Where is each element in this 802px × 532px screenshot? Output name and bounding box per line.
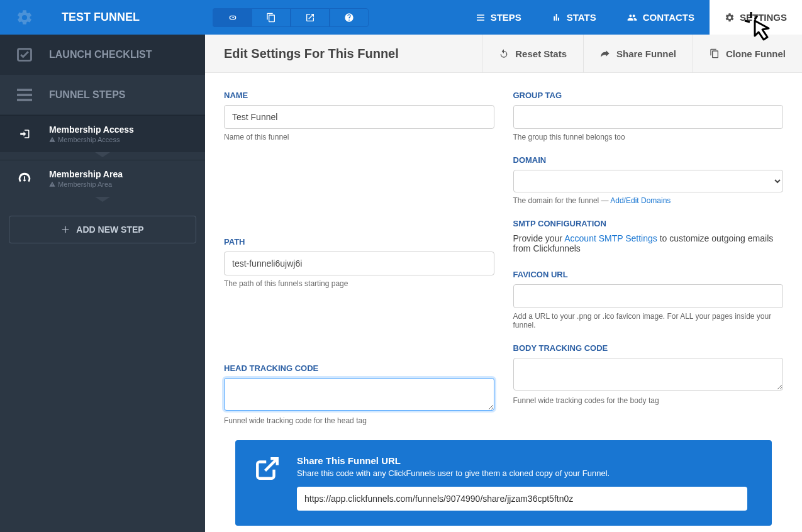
- body-tracking-help: Funnel wide tracking codes for the body …: [513, 396, 784, 405]
- nav-settings[interactable]: SETTINGS: [710, 0, 802, 35]
- funnel-title: TEST FUNNEL: [49, 11, 205, 24]
- smtp-label: SMTP CONFIGURATION: [513, 219, 784, 228]
- warning-icon: [49, 181, 55, 187]
- step1-sub: Membership Access: [58, 136, 120, 143]
- nav-stats-label: STATS: [567, 12, 596, 23]
- clone-funnel-button[interactable]: Clone Funnel: [693, 35, 802, 72]
- favicon-input[interactable]: [513, 284, 784, 308]
- share-url-input[interactable]: [297, 487, 747, 511]
- reset-stats-button[interactable]: Reset Stats: [482, 35, 583, 72]
- add-new-step-label: ADD NEW STEP: [76, 224, 143, 235]
- gear-icon[interactable]: [0, 9, 49, 26]
- head-tracking-label: HEAD TRACKING CODE: [224, 363, 494, 373]
- checklist-icon: [0, 46, 49, 64]
- name-input[interactable]: [224, 105, 494, 129]
- favicon-label: FAVICON URL: [513, 270, 784, 279]
- smtp-text: Provide your Account SMTP Settings to cu…: [513, 233, 784, 253]
- step2-title: Membership Area: [49, 169, 123, 179]
- login-icon: [0, 128, 49, 140]
- chart-icon: [552, 13, 562, 23]
- top-bar: TEST FUNNEL STEPS STATS CONTACTS S: [0, 0, 802, 35]
- gear-small-icon: [725, 13, 735, 23]
- link-icon[interactable]: [213, 8, 252, 27]
- nav-contacts[interactable]: CONTACTS: [611, 0, 710, 35]
- sidebar: LAUNCH CHECKLIST FUNNEL STEPS Membership…: [0, 35, 205, 532]
- head-tracking-help: Funnel wide tracking code for the head t…: [224, 416, 494, 425]
- dashboard-icon: [0, 172, 49, 186]
- main-header: Edit Settings For This Funnel Reset Stat…: [205, 35, 802, 73]
- group-tag-label: GROUP TAG: [513, 91, 784, 100]
- step-arrow-icon: [0, 197, 205, 204]
- nav-steps-label: STEPS: [491, 12, 521, 23]
- domain-select[interactable]: [513, 170, 784, 192]
- main-title: Edit Settings For This Funnel: [224, 47, 482, 61]
- body-tracking-textarea[interactable]: [513, 358, 784, 391]
- warning-icon: [49, 136, 55, 143]
- svg-point-7: [23, 179, 26, 182]
- head-tracking-textarea[interactable]: [224, 378, 494, 411]
- share-icon: [600, 48, 610, 58]
- path-help: The path of this funnels starting page: [224, 279, 494, 288]
- step1-title: Membership Access: [49, 125, 134, 135]
- step-arrow-icon: [0, 152, 205, 160]
- launch-checklist-row[interactable]: LAUNCH CHECKLIST: [0, 35, 205, 75]
- path-label: PATH: [224, 237, 494, 247]
- share-funnel-label: Share Funnel: [616, 48, 676, 59]
- refresh-icon: [499, 48, 509, 58]
- launch-checklist-label: LAUNCH CHECKLIST: [49, 49, 152, 60]
- group-tag-help: The group this funnel belongs too: [513, 133, 784, 141]
- share-subtitle: Share this code with any ClickFunnels us…: [297, 468, 753, 478]
- domain-help: The domain for the funnel — Add/Edit Dom…: [513, 196, 784, 205]
- svg-rect-6: [17, 99, 32, 101]
- name-label: NAME: [224, 91, 494, 100]
- clone-icon: [710, 48, 720, 58]
- clone-funnel-label: Clone Funnel: [726, 48, 786, 59]
- nav-stats[interactable]: STATS: [537, 0, 611, 35]
- group-tag-input[interactable]: [513, 105, 784, 129]
- svg-rect-5: [17, 94, 32, 96]
- step-membership-area[interactable]: Membership Area Membership Area: [0, 160, 205, 197]
- funnel-steps-row: FUNNEL STEPS: [0, 75, 205, 115]
- svg-rect-4: [17, 89, 32, 91]
- users-icon: [627, 13, 638, 23]
- steps-icon: [0, 89, 49, 101]
- share-funnel-button[interactable]: Share Funnel: [583, 35, 693, 72]
- favicon-help: Add a URL to your .png or .ico favicon i…: [513, 312, 784, 330]
- domain-label: DOMAIN: [513, 155, 784, 165]
- help-icon[interactable]: [330, 8, 369, 27]
- name-help: Name of this funnel: [224, 133, 494, 141]
- reset-stats-label: Reset Stats: [515, 48, 567, 59]
- add-edit-domains-link[interactable]: Add/Edit Domains: [610, 196, 671, 205]
- nav-menu: STEPS STATS CONTACTS SETTINGS: [460, 0, 802, 35]
- copy-icon[interactable]: [252, 8, 291, 27]
- account-smtp-link[interactable]: Account SMTP Settings: [564, 233, 657, 243]
- step2-sub: Membership Area: [58, 180, 112, 188]
- main-panel: Edit Settings For This Funnel Reset Stat…: [205, 35, 802, 532]
- nav-contacts-label: CONTACTS: [643, 12, 694, 23]
- list-icon: [476, 13, 486, 23]
- step-membership-access[interactable]: Membership Access Membership Access: [0, 115, 205, 152]
- path-input[interactable]: [224, 252, 494, 275]
- share-title: Share This Funnel URL: [297, 455, 753, 466]
- nav-settings-label: SETTINGS: [740, 12, 787, 23]
- nav-steps[interactable]: STEPS: [460, 0, 537, 35]
- add-new-step-button[interactable]: ADD NEW STEP: [9, 216, 196, 243]
- funnel-steps-label: FUNNEL STEPS: [49, 89, 126, 101]
- share-external-icon: [254, 455, 281, 482]
- external-link-icon[interactable]: [291, 8, 330, 27]
- share-funnel-box: Share This Funnel URL Share this code wi…: [235, 440, 772, 526]
- plus-icon: [61, 225, 70, 234]
- toolbar-icon-group: [213, 8, 369, 27]
- body-tracking-label: BODY TRACKING CODE: [513, 343, 784, 353]
